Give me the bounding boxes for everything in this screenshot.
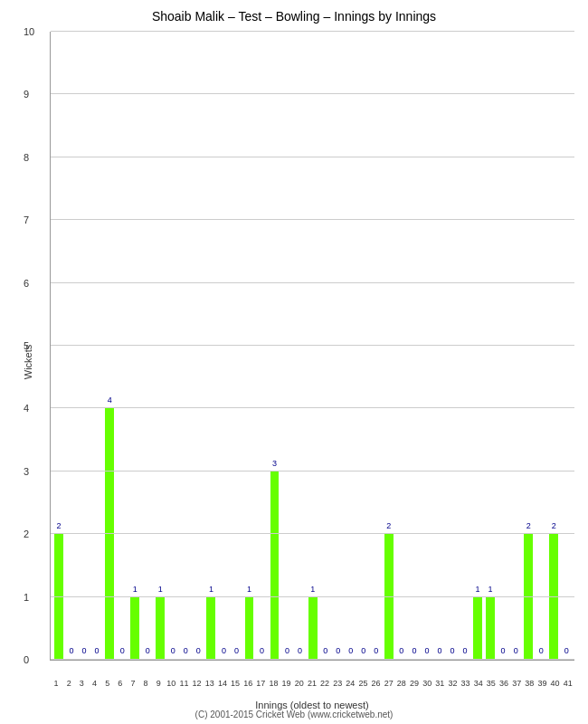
x-tick-26: 26 bbox=[370, 679, 383, 688]
bar-group-16: 1 bbox=[242, 32, 255, 660]
bar-label-31: 0 bbox=[437, 646, 441, 655]
y-label-0: 0 bbox=[24, 654, 29, 665]
bar-group-28: 0 bbox=[395, 32, 408, 660]
x-tick-18: 18 bbox=[267, 679, 280, 688]
bar-group-25: 0 bbox=[357, 32, 370, 660]
bar-label-40: 2 bbox=[552, 521, 556, 530]
x-tick-2: 2 bbox=[62, 679, 75, 688]
x-tick-28: 28 bbox=[395, 679, 408, 688]
bar-label-1: 2 bbox=[57, 521, 62, 530]
bar-group-6: 0 bbox=[116, 32, 128, 660]
y-label-3: 3 bbox=[24, 466, 29, 477]
bar-group-17: 0 bbox=[256, 32, 269, 660]
bar-label-25: 0 bbox=[361, 646, 365, 655]
x-tick-23: 23 bbox=[331, 679, 344, 688]
bar-group-14: 0 bbox=[217, 32, 230, 660]
chart-area: 2000401010001001030010000020000001100202… bbox=[50, 32, 574, 661]
bar-35: 1 bbox=[486, 597, 495, 660]
bar-label-35: 1 bbox=[488, 585, 493, 594]
x-tick-20: 20 bbox=[293, 679, 306, 688]
x-tick-36: 36 bbox=[498, 679, 510, 688]
bar-label-27: 2 bbox=[386, 521, 391, 530]
bar-group-8: 0 bbox=[141, 32, 154, 660]
x-tick-35: 35 bbox=[485, 679, 498, 688]
bar-label-8: 0 bbox=[146, 646, 150, 655]
bar-label-19: 0 bbox=[285, 646, 289, 655]
y-label-5: 5 bbox=[24, 340, 29, 351]
bar-label-12: 0 bbox=[196, 646, 201, 655]
bar-group-10: 0 bbox=[166, 32, 179, 660]
x-tick-4: 4 bbox=[88, 679, 100, 688]
x-tick-31: 31 bbox=[433, 679, 446, 688]
bar-group-2: 0 bbox=[65, 32, 78, 660]
bar-label-28: 0 bbox=[399, 646, 403, 655]
y-label-9: 9 bbox=[24, 89, 29, 100]
bar-label-16: 1 bbox=[247, 585, 251, 594]
y-label-4: 4 bbox=[24, 403, 29, 414]
bar-21: 1 bbox=[308, 597, 318, 660]
x-tick-labels: 1234567891011121314151617181920212223242… bbox=[50, 679, 574, 688]
bar-group-40: 2 bbox=[547, 32, 560, 660]
grid-line-4 bbox=[51, 407, 574, 408]
grid-line-3 bbox=[51, 471, 574, 472]
x-tick-17: 17 bbox=[254, 679, 267, 688]
x-tick-3: 3 bbox=[75, 679, 88, 688]
bar-group-33: 0 bbox=[459, 32, 471, 660]
bar-label-11: 0 bbox=[184, 646, 188, 655]
x-tick-40: 40 bbox=[548, 679, 561, 688]
bar-label-36: 0 bbox=[501, 646, 506, 655]
bar-label-10: 0 bbox=[171, 646, 175, 655]
x-tick-14: 14 bbox=[216, 679, 229, 688]
bar-group-5: 4 bbox=[103, 32, 116, 660]
x-tick-38: 38 bbox=[523, 679, 536, 688]
grid-line-1 bbox=[51, 596, 574, 597]
bar-label-22: 0 bbox=[323, 646, 327, 655]
x-tick-8: 8 bbox=[139, 679, 152, 688]
x-tick-11: 11 bbox=[177, 679, 190, 688]
y-label-7: 7 bbox=[24, 214, 29, 225]
bar-18: 3 bbox=[270, 472, 280, 660]
y-label-2: 2 bbox=[24, 529, 29, 539]
bar-group-30: 0 bbox=[421, 32, 433, 660]
bar-label-17: 0 bbox=[260, 646, 264, 655]
bar-group-39: 0 bbox=[535, 32, 547, 660]
bars-wrapper: 2000401010001001030010000020000001100202… bbox=[51, 32, 574, 660]
bar-group-23: 0 bbox=[332, 32, 345, 660]
x-tick-15: 15 bbox=[229, 679, 242, 688]
bar-label-34: 1 bbox=[476, 585, 480, 594]
x-tick-6: 6 bbox=[114, 679, 127, 688]
bar-label-24: 0 bbox=[348, 646, 353, 655]
bar-label-4: 0 bbox=[95, 646, 100, 655]
bar-group-29: 0 bbox=[408, 32, 421, 660]
bar-group-3: 0 bbox=[78, 32, 90, 660]
bar-group-31: 0 bbox=[433, 32, 446, 660]
bar-group-9: 1 bbox=[154, 32, 166, 660]
grid-line-2 bbox=[51, 533, 574, 534]
bar-group-24: 0 bbox=[345, 32, 357, 660]
bar-group-21: 1 bbox=[307, 32, 319, 660]
bar-label-18: 3 bbox=[272, 459, 277, 468]
bar-group-37: 0 bbox=[509, 32, 522, 660]
x-tick-21: 21 bbox=[306, 679, 318, 688]
y-label-10: 10 bbox=[24, 26, 34, 37]
chart-container: Shoaib Malik – Test – Bowling – Innings … bbox=[0, 0, 588, 724]
bar-label-26: 0 bbox=[374, 646, 378, 655]
grid-line-0 bbox=[51, 659, 574, 660]
bar-group-32: 0 bbox=[446, 32, 459, 660]
x-tick-1: 1 bbox=[50, 679, 62, 688]
x-tick-25: 25 bbox=[356, 679, 369, 688]
bar-label-38: 2 bbox=[526, 521, 531, 530]
y-label-8: 8 bbox=[24, 152, 29, 163]
x-tick-13: 13 bbox=[204, 679, 216, 688]
bar-5: 4 bbox=[105, 408, 114, 660]
y-label-6: 6 bbox=[24, 278, 29, 289]
bar-group-34: 1 bbox=[471, 32, 484, 660]
bar-group-27: 2 bbox=[383, 32, 395, 660]
x-tick-24: 24 bbox=[344, 679, 356, 688]
bar-group-19: 0 bbox=[281, 32, 294, 660]
bar-label-29: 0 bbox=[412, 646, 416, 655]
bar-label-2: 0 bbox=[70, 646, 74, 655]
bar-34: 1 bbox=[473, 597, 482, 660]
grid-line-9 bbox=[51, 93, 574, 94]
x-tick-22: 22 bbox=[318, 679, 331, 688]
